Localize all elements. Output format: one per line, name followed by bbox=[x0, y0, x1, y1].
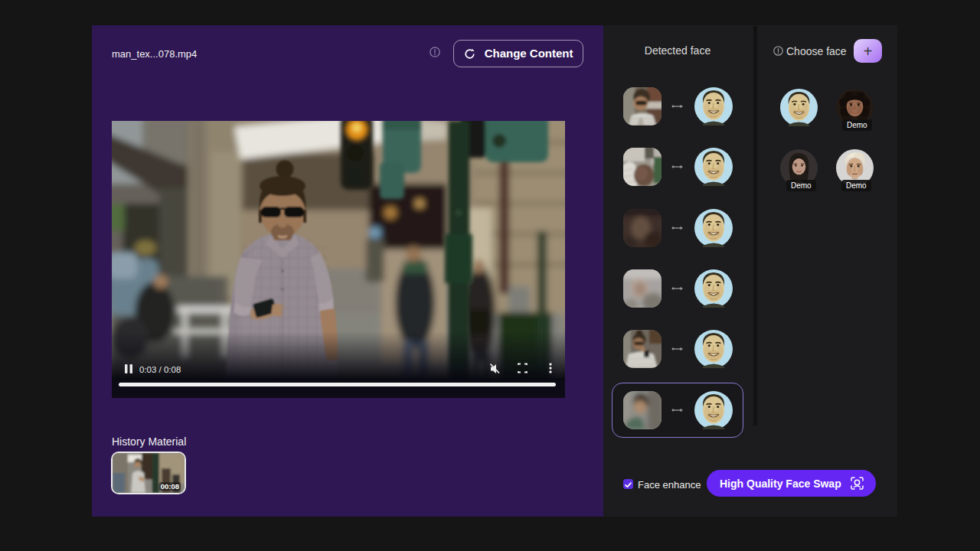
svg-text:0:03 / 0:08: 0:03 / 0:08 bbox=[139, 365, 181, 374]
